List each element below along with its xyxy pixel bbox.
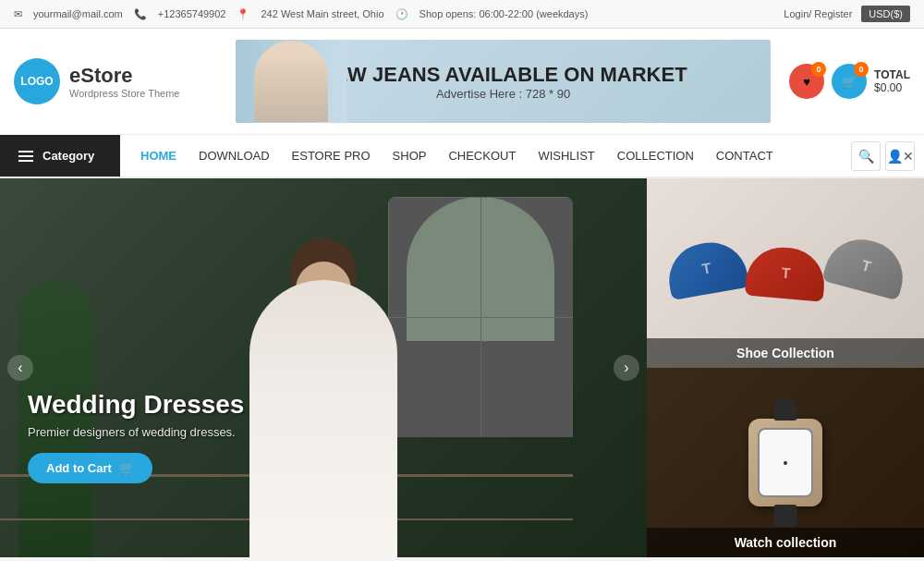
promo-banner[interactable]: NEW JEANS AVAILABLE ON MARKET Advertise … <box>236 40 771 123</box>
nav-item-shop[interactable]: SHOP <box>382 135 438 177</box>
category-label: Category <box>43 149 94 163</box>
watch-strap-bottom <box>774 505 797 527</box>
category-button[interactable]: Category <box>0 135 120 177</box>
nav-item-contact[interactable]: CONTACT <box>705 135 784 177</box>
slider-title: Wedding Dresses <box>28 390 244 420</box>
watch-visual <box>748 419 822 506</box>
phone-icon: 📞 <box>134 8 147 20</box>
email-icon: ✉ <box>14 8 22 20</box>
cart-total: TOTAL $0.00 <box>874 68 910 94</box>
slider-text: Wedding Dresses Premier designers of wed… <box>28 390 244 483</box>
cart-btn-icon: 🛒 <box>119 461 134 475</box>
banner-title: NEW JEANS AVAILABLE ON MARKET <box>320 63 687 87</box>
heart-icon: ♥ <box>803 75 810 89</box>
model-dress <box>249 280 397 557</box>
watch-strap-top <box>774 400 797 421</box>
nav-item-estore-pro[interactable]: ESTORE PRO <box>281 135 382 177</box>
banner-subtitle: Advertise Here : 728 * 90 <box>320 87 687 101</box>
shoes-panel-label: Shoe Collection <box>647 338 924 368</box>
shoe-grey <box>821 231 910 300</box>
total-label: TOTAL <box>874 68 910 81</box>
main-content: Wedding Dresses Premier designers of wed… <box>0 178 924 557</box>
user-icon: 👤✕ <box>887 149 914 164</box>
cart-icon: 🛒 <box>842 75 857 89</box>
banner-person-figure <box>254 41 328 122</box>
shoe-red <box>744 244 826 301</box>
login-register-link[interactable]: Login/ Register <box>784 8 852 19</box>
search-button[interactable]: 🔍 <box>851 141 881 171</box>
hero-slider: Wedding Dresses Premier designers of wed… <box>0 178 647 557</box>
slider-background <box>0 178 647 557</box>
wishlist-button[interactable]: ♥ 0 <box>789 64 824 99</box>
total-amount: $0.00 <box>874 81 910 94</box>
cart-button[interactable]: 🛒 0 <box>832 64 867 99</box>
clock-icon: 🕐 <box>395 8 408 20</box>
site-info: eStore Wordpress Store Theme <box>69 64 179 99</box>
slider-subtitle: Premier designers of wedding dresses. <box>28 425 244 439</box>
shoe-blue <box>663 237 749 300</box>
prev-arrow-icon: ‹ <box>18 360 22 376</box>
cart-badge: 0 <box>854 62 869 77</box>
shoes-panel[interactable]: Shoe Collection <box>647 178 924 368</box>
nav-item-home[interactable]: HOME <box>129 135 188 177</box>
search-icon: 🔍 <box>858 149 874 164</box>
topbar-hours: Shop opens: 06:00-22:00 (weekdays) <box>419 8 589 19</box>
nav-item-download[interactable]: DOWNLOAD <box>188 135 281 177</box>
right-panels: Shoe Collection Watch collection <box>647 178 924 557</box>
nav-links: HOME DOWNLOAD ESTORE PRO SHOP CHECKOUT W… <box>120 135 851 177</box>
add-to-cart-label: Add to Cart <box>46 461 112 475</box>
site-tagline: Wordpress Store Theme <box>69 88 179 99</box>
slider-prev-arrow[interactable]: ‹ <box>7 355 33 381</box>
topbar-address: 242 West Main street, Ohio <box>261 8 383 19</box>
nav-right: 🔍 👤✕ <box>851 135 924 177</box>
watch-face <box>758 428 813 497</box>
watches-panel[interactable]: Watch collection <box>647 368 924 557</box>
nav-item-collection[interactable]: COLLECTION <box>606 135 705 177</box>
topbar: ✉ yourmail@mail.com 📞 +12365749902 📍 242… <box>0 0 924 29</box>
topbar-email: yourmail@mail.com <box>33 8 123 19</box>
location-icon: 📍 <box>237 8 249 20</box>
logo-area: LOGO eStore Wordpress Store Theme <box>14 58 217 104</box>
user-button[interactable]: 👤✕ <box>885 141 915 171</box>
topbar-phone: +12365749902 <box>158 8 226 19</box>
hamburger-icon <box>18 151 33 162</box>
currency-selector[interactable]: USD($) <box>861 6 910 22</box>
slider-next-arrow[interactable]: › <box>614 355 639 381</box>
model-figure <box>194 206 453 557</box>
watch-body <box>748 419 822 506</box>
site-title: eStore <box>69 64 179 88</box>
header: LOGO eStore Wordpress Store Theme NEW JE… <box>0 29 924 135</box>
wishlist-badge: 0 <box>811 62 826 77</box>
topbar-info: ✉ yourmail@mail.com 📞 +12365749902 📍 242… <box>14 8 588 20</box>
banner-text: NEW JEANS AVAILABLE ON MARKET Advertise … <box>320 63 687 101</box>
nav-item-wishlist[interactable]: WISHLIST <box>527 135 605 177</box>
topbar-right: Login/ Register USD($) <box>784 6 910 22</box>
next-arrow-icon: › <box>624 360 628 376</box>
shoes-visual <box>668 248 904 299</box>
banner-area: NEW JEANS AVAILABLE ON MARKET Advertise … <box>236 40 771 123</box>
watches-panel-label: Watch collection <box>647 528 924 557</box>
navbar: Category HOME DOWNLOAD ESTORE PRO SHOP C… <box>0 135 924 178</box>
header-icons: ♥ 0 🛒 0 TOTAL $0.00 <box>789 64 910 99</box>
banner-image <box>236 40 346 123</box>
nav-item-checkout[interactable]: CHECKOUT <box>437 135 527 177</box>
logo[interactable]: LOGO <box>14 58 60 104</box>
add-to-cart-button[interactable]: Add to Cart 🛒 <box>28 453 152 483</box>
